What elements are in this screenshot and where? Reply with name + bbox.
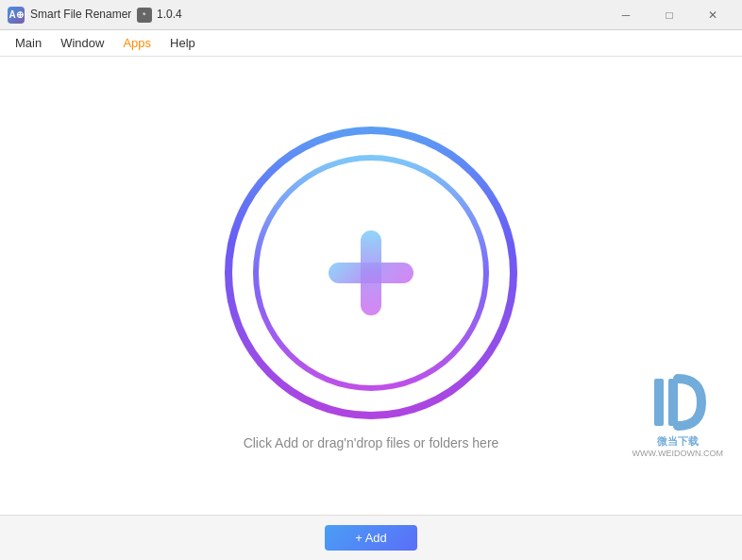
add-drop-area[interactable] <box>220 122 522 424</box>
hint-text: Click Add or drag'n'drop files or folder… <box>244 435 499 450</box>
main-content: Click Add or drag'n'drop files or folder… <box>0 57 742 515</box>
title-text: Smart File Renamer * 1.0.4 <box>30 8 182 23</box>
bottom-bar: + Add <box>0 515 742 560</box>
menu-item-apps[interactable]: Apps <box>115 32 159 54</box>
title-bar: A⊕ Smart File Renamer * 1.0.4 ─ □ ✕ <box>0 0 742 30</box>
menu-item-help[interactable]: Help <box>162 32 203 54</box>
menu-item-main[interactable]: Main <box>8 32 49 54</box>
menu-item-window[interactable]: Window <box>53 32 111 54</box>
watermark: 微当下载 WWW.WEIDOWN.COM <box>632 374 723 458</box>
maximize-button[interactable]: □ <box>648 0 691 30</box>
app-icon: A⊕ <box>8 7 25 24</box>
add-button[interactable]: + Add <box>325 525 417 551</box>
watermark-logo <box>649 374 706 431</box>
menu-bar: Main Window Apps Help <box>0 30 742 57</box>
plus-vertical <box>361 230 381 315</box>
version-badge: * <box>137 8 152 23</box>
close-button[interactable]: ✕ <box>691 0 734 30</box>
plus-icon <box>324 226 418 320</box>
svg-rect-0 <box>654 379 664 426</box>
svg-rect-1 <box>668 379 678 426</box>
window-controls: ─ □ ✕ <box>604 0 734 30</box>
title-left: A⊕ Smart File Renamer * 1.0.4 <box>8 7 182 24</box>
minimize-button[interactable]: ─ <box>604 0 648 30</box>
watermark-url: WWW.WEIDOWN.COM <box>632 449 723 458</box>
watermark-label: 微当下载 <box>632 434 723 449</box>
app-name: Smart File Renamer <box>30 8 131 21</box>
version: 1.0.4 <box>157 8 182 21</box>
